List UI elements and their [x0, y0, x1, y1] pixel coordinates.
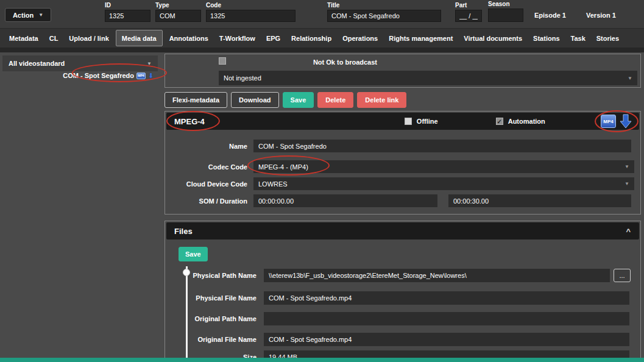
media-list-panel: All videostandard ▼ COM - Spot Segafredo… — [0, 52, 162, 362]
chevron-down-icon: ▼ — [625, 164, 629, 169]
physical-path-name-label: Physical Path Name — [171, 272, 257, 279]
chevron-down-icon: ▼ — [38, 12, 43, 18]
files-header: Files ^ — [166, 222, 639, 240]
som-field[interactable] — [253, 194, 437, 207]
season-field[interactable] — [488, 9, 523, 22]
original-file-name-label: Original File Name — [171, 336, 257, 343]
tab-stations[interactable]: Stations — [528, 29, 565, 48]
action-menu-button[interactable]: Action ▼ — [5, 8, 51, 22]
code-label: Code — [206, 2, 221, 9]
tab-relationship[interactable]: Relationship — [286, 29, 337, 48]
part-field[interactable] — [455, 10, 482, 22]
file-slider-track[interactable] — [186, 266, 188, 362]
tab-cl[interactable]: CL — [44, 29, 64, 48]
browse-path-button[interactable]: ... — [614, 269, 631, 282]
download-arrow-icon[interactable] — [620, 114, 632, 129]
tab-annotations[interactable]: Annotations — [164, 29, 214, 48]
codec-code-value: MPEG-4 - (MP4) — [258, 163, 308, 171]
ingest-status-select[interactable]: Not ingested ▼ — [219, 71, 637, 85]
asset-header-bar: Action ▼ ID Type Code Title Part Season … — [0, 0, 644, 29]
app-window: Action ▼ ID Type Code Title Part Season … — [0, 0, 644, 362]
tab-rights-management[interactable]: Rights management — [383, 29, 458, 48]
tab-t-workflow[interactable]: T-Workflow — [214, 29, 261, 48]
title-label: Title — [327, 2, 339, 9]
tab-operations[interactable]: Operations — [337, 29, 383, 48]
tab-metadata[interactable]: Metadata — [4, 29, 44, 48]
physical-file-name-label: Physical File Name — [171, 294, 257, 302]
original-file-name-field[interactable] — [264, 333, 629, 346]
broadcast-status-box: Not Ok to broadcast Ingest status Not in… — [165, 54, 641, 88]
mp4-badge-icon: MP4 — [136, 73, 146, 79]
id-label: ID — [105, 2, 111, 9]
type-field[interactable] — [155, 10, 201, 22]
media-toolbar: Flexi-metadata Download Save Delete Dele… — [165, 92, 406, 108]
codec-code-select[interactable]: MPEG-4 - (MP4) ▼ — [253, 160, 634, 173]
som-duration-label: SOM / Duration — [165, 197, 247, 205]
type-label: Type — [155, 2, 169, 9]
footer-accent-bar — [0, 358, 644, 362]
tab-media-data[interactable]: Media data — [116, 30, 163, 46]
tab-epg[interactable]: EPG — [261, 29, 286, 48]
media-format-header: MPEG-4 Offline ✓ Automation MP4 — [166, 113, 639, 130]
episode-text: Episode 1 — [534, 12, 566, 19]
duration-field[interactable] — [448, 194, 631, 207]
cloud-device-code-label: Cloud Device Code — [165, 180, 247, 188]
id-field[interactable] — [105, 10, 150, 22]
title-field[interactable] — [327, 10, 441, 22]
tab-upload-link[interactable]: Upload / link — [63, 29, 114, 48]
part-label: Part — [455, 2, 467, 9]
ingest-status-value: Not ingested — [224, 74, 261, 82]
flexi-metadata-button[interactable]: Flexi-metadata — [165, 92, 227, 108]
code-field[interactable] — [206, 10, 295, 22]
offline-checkbox[interactable] — [405, 118, 412, 125]
physical-path-name-field[interactable] — [264, 269, 610, 282]
files-title: Files — [174, 227, 193, 236]
name-field[interactable] — [253, 140, 631, 152]
action-menu-label: Action — [13, 12, 34, 19]
season-label: Season — [488, 1, 510, 7]
original-path-name-field[interactable] — [264, 312, 629, 325]
offline-label: Offline — [417, 118, 438, 125]
original-path-name-label: Original Path Name — [171, 315, 257, 322]
mp4-format-icon[interactable]: MP4 — [601, 115, 616, 128]
delete-link-button[interactable]: Delete link — [357, 92, 406, 108]
download-flag-icon: ⬇ — [148, 72, 154, 80]
automation-checkbox[interactable]: ✓ — [496, 118, 503, 125]
media-format-title: MPEG-4 — [174, 117, 205, 126]
chevron-down-icon: ▼ — [147, 61, 152, 66]
cloud-device-code-select[interactable]: LOWRES ▼ — [253, 177, 634, 190]
chevron-down-icon: ▼ — [625, 181, 629, 186]
files-save-button[interactable]: Save — [179, 247, 208, 261]
files-box: Files ^ Save Physical Path Name ... Phys… — [165, 221, 641, 362]
chevron-down-icon: ▼ — [628, 76, 632, 81]
tab-stories[interactable]: Stories — [591, 29, 625, 48]
not-ok-to-broadcast-checkbox[interactable] — [219, 57, 226, 65]
collapse-chevron-icon[interactable]: ^ — [626, 227, 631, 236]
version-text: Version 1 — [586, 12, 616, 19]
cloud-device-code-value: LOWRES — [258, 180, 288, 188]
download-button[interactable]: Download — [231, 92, 279, 108]
media-format-box: MPEG-4 Offline ✓ Automation MP4 Name Cod… — [165, 111, 641, 215]
codec-code-label: Codec Code — [165, 163, 247, 171]
media-item-label: COM - Spot Segafredo — [63, 72, 134, 79]
save-button[interactable]: Save — [283, 92, 314, 108]
media-list-item[interactable]: COM - Spot Segafredo MP4 ⬇ — [63, 69, 154, 82]
automation-label: Automation — [508, 118, 545, 125]
physical-file-name-field[interactable] — [264, 291, 629, 305]
tab-virtual-documents[interactable]: Virtual documents — [458, 29, 528, 48]
tab-task[interactable]: Task — [565, 29, 591, 48]
not-ok-to-broadcast-label: Not Ok to broadcast — [238, 59, 377, 66]
name-label: Name — [165, 143, 247, 150]
delete-button[interactable]: Delete — [317, 92, 353, 108]
tab-bar: Metadata CL Upload / link Media data Ann… — [0, 29, 644, 48]
videostandard-filter-value: All videostandard — [9, 60, 65, 67]
